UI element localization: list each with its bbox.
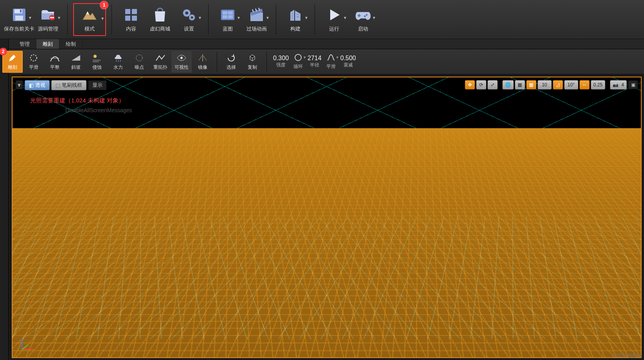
separator (112, 4, 112, 35)
scale-snap-icon: ↔ (582, 82, 587, 88)
tool-flatten-label: 平整 (50, 64, 59, 71)
axis-gizmo (18, 335, 37, 353)
separator (266, 52, 267, 72)
tool-copy[interactable]: 复制 (242, 51, 263, 73)
chevron-down-icon[interactable]: ▼ (372, 16, 376, 20)
rain-icon (113, 53, 123, 63)
transform-rotate-button[interactable]: ⟳ (476, 80, 486, 90)
view-show-button[interactable]: 显示 (88, 80, 107, 90)
content-button[interactable]: 内容 (117, 3, 145, 36)
marketplace-label: 虚幻商城 (150, 25, 170, 32)
blueprint-label: 蓝图 (223, 25, 233, 32)
transform-move-button[interactable]: ✥ (465, 80, 475, 90)
tool-hydro-label: 水力 (113, 64, 123, 71)
maximize-viewport-button[interactable]: ▣ (628, 80, 638, 90)
scale-snap-number: 0.25 (594, 82, 603, 88)
launch-label: 启动 (358, 25, 368, 32)
save-level-label: 保存当前关卡 (4, 25, 34, 32)
svg-rect-2 (15, 16, 23, 20)
lighting-rebuild-warning: 光照需要重建（1,024 未构建 对象） (30, 97, 124, 104)
callout-2: 2 (0, 48, 7, 56)
tool-retopo[interactable]: 重拓扑 (150, 51, 171, 73)
tab-sculpt[interactable]: 雕刻 (36, 39, 59, 49)
chevron-down-icon[interactable]: ▼ (266, 16, 270, 20)
tool-hydro[interactable]: 水力 (108, 51, 128, 73)
scale-snap-toggle[interactable]: ↔ (579, 80, 590, 90)
radius-value[interactable]: 2714 半径 (305, 51, 324, 73)
ramp-icon (71, 53, 81, 63)
svg-line-26 (22, 345, 28, 349)
smooth-curve-control[interactable]: ▼ 平滑 (325, 51, 337, 73)
tool-ramp[interactable]: 斜坡 (66, 51, 86, 73)
chevron-down-icon[interactable]: ▼ (304, 16, 308, 20)
chevron-down-icon[interactable]: ▼ (57, 16, 61, 20)
falloff-value[interactable]: 0.500 衰减 (338, 51, 358, 73)
chevron-down-icon[interactable]: ▼ (343, 16, 347, 20)
gears-icon (181, 7, 197, 23)
tool-noise[interactable]: 噪点 (129, 51, 149, 73)
wire-cube-icon: ⬚ (56, 82, 60, 88)
strength-value[interactable]: 0.300 强度 (271, 51, 291, 73)
falloff-curve-icon: ▼ (327, 53, 335, 62)
tool-select-label: 选择 (227, 64, 236, 71)
angle-snap-value[interactable]: 10° (564, 80, 578, 90)
chevron-down-icon[interactable]: ▼ (28, 16, 32, 20)
grid-snap-value[interactable]: 10 (538, 80, 552, 90)
camera-speed-button[interactable]: 📷 4 (610, 80, 627, 90)
svg-rect-5 (50, 17, 54, 18)
marketplace-button[interactable]: 虚幻商城 (146, 3, 174, 36)
view-brushwire-button[interactable]: ⬚ 笔刷线框 (51, 80, 86, 90)
chevron-down-icon[interactable]: ▼ (237, 16, 241, 20)
tool-erosion[interactable]: 侵蚀 (87, 51, 107, 73)
angle-snap-toggle[interactable]: ◿ (553, 80, 563, 90)
launch-button[interactable]: 启动 ▼ (349, 3, 377, 36)
chevron-down-icon[interactable]: ▼ (101, 16, 104, 21)
loop-control[interactable]: ▼ 循环 (292, 51, 304, 73)
settings-button[interactable]: 设置 ▼ (175, 3, 203, 36)
viewport-toolbar-left: ▾ ◧ 透视 ⬚ 笔刷线框 显示 (15, 80, 107, 90)
settings-label: 设置 (184, 25, 194, 32)
mode-subtabs: 管理 雕刻 绘制 (0, 39, 644, 49)
falloff-label: 衰减 (344, 62, 353, 68)
svg-point-11 (185, 11, 188, 14)
svg-rect-9 (132, 16, 137, 21)
tool-erosion-label: 侵蚀 (92, 64, 102, 71)
rotate-icon: ⟳ (479, 82, 483, 88)
svg-point-18 (364, 15, 366, 17)
scale-snap-value[interactable]: 0.25 (591, 80, 605, 90)
viewport-terrain-wire-overlay (12, 217, 642, 339)
tab-paint[interactable]: 绘制 (59, 39, 83, 49)
blueprint-button[interactable]: 蓝图 ▼ (214, 3, 241, 36)
move-icon: ✥ (468, 82, 472, 88)
viewport[interactable]: ▾ ◧ 透视 ⬚ 笔刷线框 显示 ✥ ⟳ ⤢ 🌐 ▦ ▦ 10 ◿ 10° ↔ … (12, 77, 642, 358)
sun-wind-icon (92, 53, 102, 63)
mirror-icon (198, 53, 208, 63)
play-button[interactable]: 运行 ▼ (320, 3, 348, 36)
source-control-button[interactable]: 源码管理 ▼ (34, 3, 62, 36)
transform-scale-button[interactable]: ⤢ (487, 80, 498, 90)
watermark: CSDN @妙为 (613, 353, 642, 359)
tab-manage[interactable]: 管理 (13, 39, 36, 49)
save-level-button[interactable]: 保存当前关卡 ▼ (5, 3, 33, 36)
separator (67, 4, 68, 35)
tool-sculpt[interactable]: 2 雕刻 (2, 51, 23, 73)
tab-sculpt-label: 雕刻 (43, 41, 53, 48)
tool-flatten[interactable]: 平整 (45, 51, 65, 73)
tool-mirror[interactable]: 镜像 (192, 51, 213, 73)
view-perspective-button[interactable]: ◧ 透视 (25, 80, 50, 90)
tool-smooth[interactable]: 平滑 (23, 51, 44, 73)
chevron-down-icon[interactable]: ▼ (198, 16, 202, 20)
clapboard-icon (248, 7, 265, 23)
strength-number: 0.300 (273, 55, 289, 62)
viewport-options-dropdown[interactable]: ▾ (15, 80, 23, 90)
cinematic-button[interactable]: 过场动画 ▼ (243, 3, 270, 36)
build-button[interactable]: 构建 ▼ (282, 3, 309, 36)
grid-snap-toggle[interactable]: ▦ (526, 80, 536, 90)
mode-label: 模式 (85, 25, 95, 32)
tool-select[interactable]: 选择 (221, 51, 241, 73)
tool-visibility[interactable]: 可视性 (171, 51, 192, 73)
tool-noise-label: 噪点 (135, 64, 144, 71)
mode-button[interactable]: 模式 ▼ 1 (73, 3, 106, 36)
coord-space-button[interactable]: 🌐 (502, 80, 514, 90)
surface-snap-button[interactable]: ▦ (515, 80, 525, 90)
